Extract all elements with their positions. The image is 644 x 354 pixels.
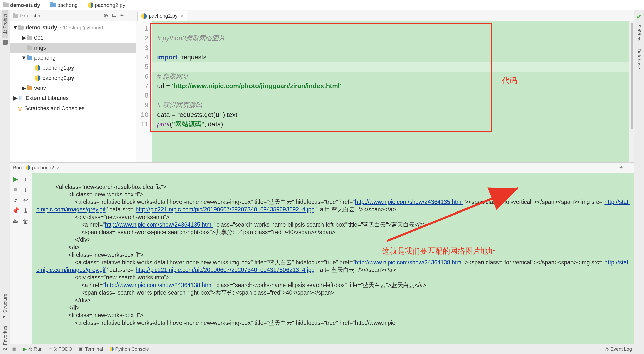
folder-icon [27, 46, 32, 50]
tab-terminal[interactable]: ▣Terminal [79, 346, 103, 352]
folder-icon [27, 86, 32, 90]
gear-icon[interactable]: ✦ [619, 164, 623, 171]
bookmark-icon[interactable] [3, 40, 8, 45]
show-tool-windows-icon[interactable]: ▣ [12, 346, 17, 352]
inspection-ok-icon[interactable]: ✔ [636, 10, 642, 21]
locate-icon[interactable]: ⊕ [102, 12, 109, 19]
soft-wrap-button[interactable]: ↩ [22, 196, 30, 204]
editor-tabs: pachong2.py× [136, 10, 634, 21]
tree-folder-pachong[interactable]: ▼pachong [10, 53, 136, 63]
folder-icon [13, 14, 18, 18]
editor-scrollbar[interactable] [629, 21, 634, 162]
tab-python-console[interactable]: Python Console [110, 346, 149, 352]
stop-button[interactable]: ■ [12, 186, 20, 194]
tab-todo[interactable]: ≡6: TODO [49, 346, 72, 352]
down-button[interactable]: ↓ [22, 186, 30, 194]
print-button[interactable]: 🖶 [12, 217, 20, 225]
pin-button[interactable]: 📌 [12, 207, 20, 215]
python-file-icon [26, 165, 30, 170]
tab-sciview[interactable]: SciView [636, 21, 642, 45]
tab-run[interactable]: ▶4: Run [23, 346, 43, 352]
tab-favorites[interactable]: 2: Favorites [2, 322, 8, 354]
left-tool-gutter: 1: Project 7: Structure 2: Favorites [0, 10, 10, 354]
annotation-label-img-addr: 这就是我们要匹配的网络图片地址 [382, 246, 495, 256]
folder-icon [50, 3, 56, 7]
tab-structure[interactable]: 7: Structure [2, 290, 8, 322]
breadcrumb-dir[interactable]: pachong [49, 2, 79, 8]
python-file-icon [141, 13, 147, 19]
output-link[interactable]: http://www.nipic.com/show/24364135.html [105, 221, 213, 228]
run-output[interactable]: <ul class="new-search-result-box clearfi… [32, 173, 634, 344]
trash-button[interactable]: 🗑 [22, 217, 30, 225]
code-column[interactable]: # python3爬取网络图片 import requests # 爬取网址 u… [152, 21, 634, 162]
output-link[interactable]: http://www.nipic.com/show/24364138.html [105, 282, 213, 288]
output-link[interactable]: http://www.nipic.com/show/24364138.html [355, 259, 463, 266]
line-number-gutter: 1234567891011 [136, 21, 152, 162]
close-icon[interactable]: × [57, 165, 60, 171]
tree-root[interactable]: ▼demo-study~/Desktop/python/d [10, 23, 136, 33]
run-header: Run: pachong2 × ✦ — [10, 162, 634, 173]
scratch-icon: ◎ [18, 105, 22, 112]
python-file-icon [35, 75, 40, 81]
project-tree[interactable]: ▼demo-study~/Desktop/python/d ▶001 imgs … [10, 21, 136, 162]
breadcrumb-root[interactable]: demo-study [2, 2, 42, 8]
status-bar: ▣ ▶4: Run ≡6: TODO ▣Terminal Python Cons… [10, 344, 634, 354]
close-icon[interactable]: × [181, 13, 184, 19]
folder-icon [27, 56, 32, 60]
editor-body[interactable]: 1234567891011 # python3爬取网络图片 import req… [136, 21, 634, 162]
tree-folder-venv[interactable]: ▶venv [10, 83, 136, 93]
up-button[interactable]: ↑ [22, 175, 30, 183]
collapse-icon[interactable]: ⇆ [111, 12, 117, 19]
output-text[interactable]: <ul class="new-search-result-box clearfi… [32, 173, 634, 337]
tree-file-pachong1[interactable]: pachong1.py [10, 63, 136, 73]
scroll-end-button[interactable]: ⤓ [22, 207, 30, 215]
library-icon: ⫼ [18, 95, 24, 101]
project-tool-window: Project ▾ ⊕ ⇆ ✦ — ▼demo-study~/Desktop/p… [10, 10, 136, 162]
project-title[interactable]: Project ▾ [13, 13, 101, 19]
output-link[interactable]: http://pic221.nipic.com/pic/20190607/292… [136, 267, 315, 273]
tree-file-pachong2[interactable]: pachong2.py [10, 73, 136, 83]
breadcrumb-sep: 〉 [79, 2, 86, 9]
breadcrumb: demo-study 〉 pachong 〉 pachong2.py [0, 0, 644, 10]
breadcrumb-file[interactable]: pachong2.py [86, 2, 127, 8]
editor-area: pachong2.py× 1234567891011 # python3爬取网络… [136, 10, 634, 162]
hide-icon[interactable]: — [626, 164, 631, 171]
output-link[interactable]: http://pic221.nipic.com/pic/20190607/292… [136, 206, 315, 213]
event-log[interactable]: ◔Event Log [604, 346, 632, 352]
right-tool-gutter: ✔ SciView Database [634, 10, 644, 354]
folder-icon [18, 26, 24, 30]
hide-icon[interactable]: — [127, 12, 133, 19]
rerun-button[interactable]: ▶ [12, 175, 20, 183]
folder-icon [27, 36, 32, 40]
run-toolbar: ▶ ↑ ■ ↓ ⫽ ↩ 📌 ⤓ 🖶 🗑 [10, 173, 32, 344]
annotation-label-code: 代码 [502, 76, 517, 86]
run-config-name[interactable]: pachong2 [32, 165, 54, 171]
code-lines[interactable]: # python3爬取网络图片 import requests # 爬取网址 u… [152, 21, 634, 131]
tree-folder-imgs[interactable]: imgs [10, 43, 136, 53]
editor-tab[interactable]: pachong2.py× [137, 11, 187, 21]
run-label: Run: [13, 165, 23, 171]
project-header: Project ▾ ⊕ ⇆ ✦ — [10, 10, 136, 21]
layout-button[interactable]: ⫽ [12, 196, 20, 204]
breadcrumb-sep: 〉 [42, 2, 49, 9]
tab-project[interactable]: 1: Project [2, 10, 8, 38]
tree-external-libs[interactable]: ▶⫼External Libraries [10, 93, 136, 103]
python-file-icon [110, 347, 114, 351]
python-file-icon [35, 65, 40, 71]
main-area: Project ▾ ⊕ ⇆ ✦ — ▼demo-study~/Desktop/p… [10, 10, 634, 344]
run-tool-window: ▶ ↑ ■ ↓ ⫽ ↩ 📌 ⤓ 🖶 🗑 <ul class="new-searc… [10, 173, 634, 344]
gear-icon[interactable]: ✦ [119, 12, 125, 19]
folder-icon [3, 3, 9, 7]
tree-folder-001[interactable]: ▶001 [10, 33, 136, 43]
tab-database[interactable]: Database [636, 45, 642, 73]
tree-scratches[interactable]: ◎Scratches and Consoles [10, 103, 136, 113]
python-file-icon [88, 2, 93, 8]
output-link[interactable]: http://www.nipic.com/show/24364135.html [355, 199, 463, 205]
